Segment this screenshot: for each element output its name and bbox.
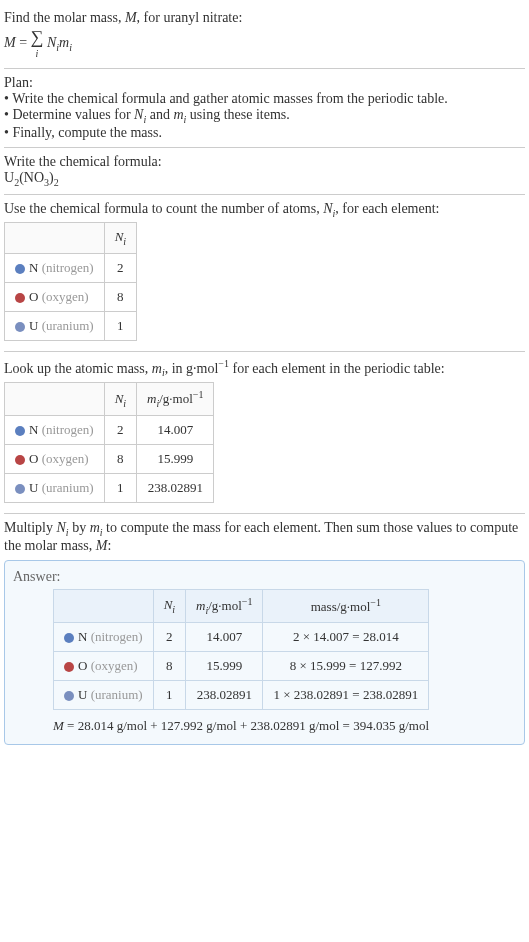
formula-M: M xyxy=(4,35,16,50)
chem-U: U xyxy=(4,170,14,185)
answer-table: Ni mi/g·mol−1 mass/g·mol−1 N (nitrogen) … xyxy=(53,589,429,710)
header-Ni: Ni xyxy=(153,590,185,623)
count-value: 1 xyxy=(104,474,136,503)
answer-box: Answer: Ni mi/g·mol−1 mass/g·mol−1 N (ni… xyxy=(4,560,525,745)
table-header-row: Ni mi/g·mol−1 mass/g·mol−1 xyxy=(54,590,429,623)
mass-title-a: Look up the atomic mass, xyxy=(4,361,152,376)
formula-m: m xyxy=(59,35,69,50)
mass-title-m: m xyxy=(152,361,162,376)
element-dot-icon xyxy=(64,633,74,643)
header-mi: mi/g·mol−1 xyxy=(186,590,263,623)
element-dot-icon xyxy=(15,293,25,303)
element-symbol: U xyxy=(29,318,38,333)
mass-table: Ni mi/g·mol−1 N (nitrogen) 2 14.007 O (o… xyxy=(4,382,214,503)
table-header-row: Ni xyxy=(5,223,137,254)
table-row: N (nitrogen) 2 xyxy=(5,253,137,282)
mass-value: 14.007 xyxy=(137,416,214,445)
element-name: (oxygen) xyxy=(42,289,89,304)
element-cell: N (nitrogen) xyxy=(5,416,105,445)
final-text: = 28.014 g/mol + 127.992 g/mol + 238.028… xyxy=(64,718,429,733)
element-symbol: N xyxy=(29,422,38,437)
element-name: (uranium) xyxy=(42,318,94,333)
element-name: (nitrogen) xyxy=(42,260,94,275)
sigma-index: i xyxy=(36,48,39,59)
intro-line: Find the molar mass, M, for uranyl nitra… xyxy=(4,10,525,26)
table-row: U (uranium) 1 xyxy=(5,311,137,340)
hN: N xyxy=(115,391,124,406)
final-M: M xyxy=(53,718,64,733)
multiply-section: Multiply Ni by mi to compute the mass fo… xyxy=(4,514,525,745)
element-cell: N (nitrogen) xyxy=(54,623,154,652)
count-value: 8 xyxy=(153,652,185,681)
mult-N: N xyxy=(57,520,66,535)
plan-section: Plan: • Write the chemical formula and g… xyxy=(4,69,525,148)
count-title-a: Use the chemical formula to count the nu… xyxy=(4,201,323,216)
table-row: O (oxygen) 8 xyxy=(5,282,137,311)
element-dot-icon xyxy=(15,264,25,274)
element-cell: U (uranium) xyxy=(5,311,105,340)
count-title: Use the chemical formula to count the nu… xyxy=(4,201,525,219)
multiply-text: Multiply Ni by mi to compute the mass fo… xyxy=(4,520,525,554)
plan-m: m xyxy=(173,107,183,122)
intro-text: Find the molar mass, xyxy=(4,10,125,25)
formula-m-sub: i xyxy=(69,42,72,53)
formula-N: N xyxy=(47,35,56,50)
element-dot-icon xyxy=(15,484,25,494)
intro-text-b: , for uranyl nitrate: xyxy=(137,10,243,25)
element-name: (oxygen) xyxy=(42,451,89,466)
table-row: N (nitrogen) 2 14.007 xyxy=(5,416,214,445)
hmunit: /g·mol xyxy=(159,392,193,407)
plan-b2-c: using these items. xyxy=(186,107,289,122)
plan-bullet-2: • Determine values for Ni and mi using t… xyxy=(4,107,525,125)
count-atoms-section: Use the chemical formula to count the nu… xyxy=(4,195,525,352)
count-title-N: N xyxy=(323,201,332,216)
element-cell: N (nitrogen) xyxy=(5,253,105,282)
table-row: N (nitrogen) 2 14.007 2 × 14.007 = 28.01… xyxy=(54,623,429,652)
count-value: 8 xyxy=(104,445,136,474)
calc-value: 8 × 15.999 = 127.992 xyxy=(263,652,429,681)
element-cell: U (uranium) xyxy=(54,681,154,710)
element-cell: O (oxygen) xyxy=(5,445,105,474)
element-name: (nitrogen) xyxy=(91,629,143,644)
element-dot-icon xyxy=(64,691,74,701)
element-name: (nitrogen) xyxy=(42,422,94,437)
count-value: 2 xyxy=(104,416,136,445)
count-value: 8 xyxy=(104,282,136,311)
table-row: U (uranium) 1 238.02891 xyxy=(5,474,214,503)
ahmasssup: −1 xyxy=(370,597,381,608)
table-header-row: Ni mi/g·mol−1 xyxy=(5,383,214,416)
mult-d: : xyxy=(107,538,111,553)
calc-value: 1 × 238.02891 = 238.02891 xyxy=(263,681,429,710)
ahmunit: /g·mol xyxy=(208,598,242,613)
hNsub: i xyxy=(123,236,126,247)
element-dot-icon xyxy=(15,426,25,436)
plan-b2-b: and xyxy=(146,107,173,122)
mass-value: 15.999 xyxy=(137,445,214,474)
chem-NO: (NO xyxy=(19,170,44,185)
element-symbol: U xyxy=(78,687,87,702)
count-value: 2 xyxy=(153,623,185,652)
hNsub: i xyxy=(123,397,126,408)
intro-M: M xyxy=(125,10,137,25)
sum-symbol: ∑i xyxy=(31,28,44,60)
element-cell: O (oxygen) xyxy=(54,652,154,681)
ahmass: mass/g·mol xyxy=(311,599,371,614)
header-empty xyxy=(54,590,154,623)
header-Ni: Ni xyxy=(104,383,136,416)
chemical-formula: U2(NO3)2 xyxy=(4,170,525,188)
table-row: O (oxygen) 8 15.999 8 × 15.999 = 127.992 xyxy=(54,652,429,681)
element-name: (uranium) xyxy=(91,687,143,702)
plan-bullet-1: • Write the chemical formula and gather … xyxy=(4,91,525,107)
final-answer: M = 28.014 g/mol + 127.992 g/mol + 238.0… xyxy=(53,718,516,734)
plan-title: Plan: xyxy=(4,75,525,91)
element-name: (uranium) xyxy=(42,480,94,495)
mass-value: 238.02891 xyxy=(186,681,263,710)
count-table: Ni N (nitrogen) 2 O (oxygen) 8 U (uraniu… xyxy=(4,222,137,341)
ahmunitsup: −1 xyxy=(242,596,253,607)
element-symbol: N xyxy=(78,629,87,644)
header-empty xyxy=(5,383,105,416)
sigma: ∑ xyxy=(31,27,44,47)
chem-close-sub: 2 xyxy=(54,177,59,188)
element-symbol: O xyxy=(78,658,87,673)
count-title-b: , for each element: xyxy=(335,201,439,216)
